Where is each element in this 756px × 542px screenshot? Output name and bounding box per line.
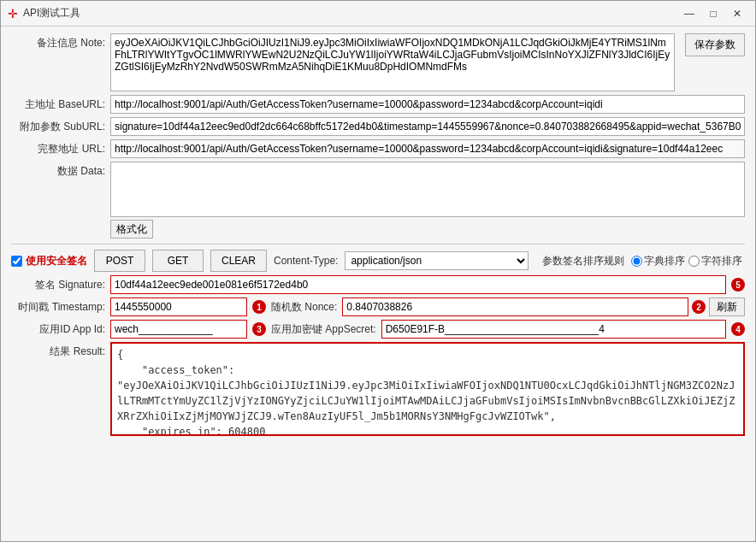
signature-badge: 5: [731, 278, 745, 292]
char-sort-text: 字符排序: [701, 254, 742, 268]
suburl-row: 附加参数 SubURL:: [11, 117, 745, 136]
note-textarea[interactable]: eyJOeXAiOiJKV1QiLCJhbGciOiJIUzI1NiJ9.eyJ…: [110, 33, 675, 91]
title-bar-left: ✛ API测试工具: [8, 6, 80, 21]
timestamp-badge: 1: [252, 300, 266, 314]
appid-appsecret-row: 应用ID App Id: 3 应用加密键 AppSecret: 4: [11, 320, 745, 339]
sign-header-row: 使用安全签名 POST GET CLEAR Content-Type: appl…: [11, 250, 745, 272]
app-icon: ✛: [8, 7, 18, 21]
content-type-select[interactable]: application/json application/x-www-form-…: [345, 251, 529, 270]
title-bar: ✛ API测试工具 — □ ✕: [1, 1, 755, 27]
timestamp-nonce-row: 时间戳 Timestamp: 1 随机数 Nonce: 2 刷新: [11, 298, 745, 316]
signature-label: 签名 Signature:: [11, 278, 105, 292]
appsecret-label: 应用加密键 AppSecret:: [271, 322, 376, 337]
sign-section: 使用安全签名 POST GET CLEAR Content-Type: appl…: [11, 250, 745, 339]
close-button[interactable]: ✕: [726, 5, 748, 22]
baseurl-row: 主地址 BaseURL:: [11, 95, 745, 114]
sign-sort-label: 参数签名排序规则: [542, 254, 624, 268]
appsecret-input[interactable]: [381, 320, 726, 339]
appsecret-badge: 4: [731, 322, 745, 336]
char-sort-radio[interactable]: [688, 256, 700, 267]
content-type-label: Content-Type:: [274, 255, 338, 267]
minimize-button[interactable]: —: [678, 5, 700, 22]
result-section: 结果 Result: { "access_token": "eyJOeXAiOi…: [11, 342, 745, 534]
appid-input[interactable]: [110, 320, 247, 339]
timestamp-label: 时间戳 Timestamp:: [11, 300, 105, 315]
baseurl-input[interactable]: [110, 95, 745, 114]
fullurl-input[interactable]: [110, 139, 745, 158]
nonce-group: 2 刷新: [342, 298, 745, 316]
signature-row: 签名 Signature: 5: [11, 275, 745, 294]
window-controls: — □ ✕: [678, 5, 748, 22]
appid-badge: 3: [252, 322, 266, 336]
get-button[interactable]: GET: [152, 250, 204, 272]
char-sort-label[interactable]: 字符排序: [688, 254, 742, 268]
refresh-button[interactable]: 刷新: [709, 298, 745, 316]
sign-checkbox[interactable]: [11, 256, 22, 267]
fullurl-row: 完整地址 URL:: [11, 139, 745, 158]
baseurl-label: 主地址 BaseURL:: [11, 95, 105, 112]
suburl-input[interactable]: [110, 117, 745, 136]
sign-checkbox-text: 使用安全签名: [26, 254, 87, 268]
data-textarea[interactable]: [110, 162, 745, 217]
dict-sort-radio[interactable]: [631, 256, 642, 267]
main-window: ✛ API测试工具 — □ ✕ 备注信息 Note: eyJOeXAiOiJKV…: [0, 0, 756, 542]
clear-button[interactable]: CLEAR: [210, 250, 267, 272]
nonce-label: 随机数 Nonce:: [271, 300, 337, 315]
signature-input[interactable]: [110, 275, 726, 294]
nonce-badge: 2: [692, 300, 706, 314]
note-label: 备注信息 Note:: [11, 33, 105, 50]
note-row: 备注信息 Note: eyJOeXAiOiJKV1QiLCJhbGciOiJIU…: [11, 33, 745, 91]
sort-radio-group: 字典排序 字符排序: [631, 254, 742, 268]
appid-label: 应用ID App Id:: [11, 322, 105, 337]
sign-fields: 签名 Signature: 5 时间戳 Timestamp: 1 随机数 Non…: [11, 275, 745, 339]
content-area: 备注信息 Note: eyJOeXAiOiJKV1QiLCJhbGciOiJIU…: [1, 27, 755, 541]
data-row: 数据 Data: 格式化: [11, 162, 745, 239]
data-wrap: 格式化: [110, 162, 745, 239]
save-params-button[interactable]: 保存参数: [685, 33, 745, 56]
timestamp-input[interactable]: [110, 298, 247, 316]
post-button[interactable]: POST: [94, 250, 145, 272]
result-textarea[interactable]: { "access_token": "eyJOeXAiOiJKV1QiLCJhb…: [110, 342, 745, 436]
result-label: 结果 Result:: [11, 342, 105, 359]
fullurl-label: 完整地址 URL:: [11, 139, 105, 156]
dict-sort-text: 字典排序: [644, 254, 685, 268]
data-label: 数据 Data:: [11, 162, 105, 179]
format-button[interactable]: 格式化: [110, 220, 153, 239]
divider: [11, 244, 745, 244]
dict-sort-label[interactable]: 字典排序: [631, 254, 685, 268]
suburl-label: 附加参数 SubURL:: [11, 117, 105, 134]
note-right: eyJOeXAiOiJKV1QiLCJhbGciOiJIUzI1NiJ9.eyJ…: [110, 33, 745, 91]
window-title: API测试工具: [23, 6, 80, 21]
nonce-input[interactable]: [342, 298, 688, 316]
sign-checkbox-label[interactable]: 使用安全签名: [11, 254, 87, 268]
maximize-button[interactable]: □: [702, 5, 724, 22]
